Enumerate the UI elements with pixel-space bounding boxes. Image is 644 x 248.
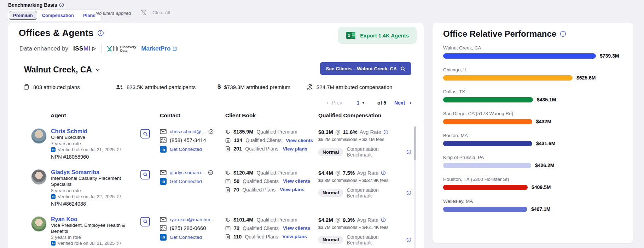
view-clients-link[interactable]: View clients bbox=[286, 138, 313, 143]
svg-text:$: $ bbox=[309, 85, 311, 89]
info-icon[interactable] bbox=[381, 217, 386, 222]
bar-value-label: $426.2M bbox=[535, 163, 554, 168]
marketpro-link[interactable]: MarketPro bbox=[141, 45, 177, 52]
svg-text:$: $ bbox=[225, 129, 227, 134]
bar-value-label: $409.5M bbox=[532, 184, 551, 190]
export-agents-button[interactable]: X Export 1.4K Agents bbox=[338, 27, 417, 44]
data-enhanced-row: Data enhanced by ISSMI Discovery Data Ma… bbox=[19, 45, 177, 53]
agent-name-link[interactable]: Chris Schmid bbox=[51, 128, 121, 135]
bar-value-label: $432M bbox=[536, 119, 551, 124]
info-icon[interactable] bbox=[97, 30, 104, 36]
export-agents-label: Export 1.4K Agents bbox=[360, 33, 409, 39]
bar-row: Walnut Creek, CA$739.3M bbox=[443, 45, 622, 59]
info-icon[interactable] bbox=[383, 130, 388, 135]
avatar[interactable] bbox=[31, 169, 47, 185]
agent-email-link[interactable]: ryan.koo@marshm... bbox=[170, 217, 214, 222]
email-icon bbox=[160, 217, 167, 222]
comp-value: $4.2M bbox=[318, 217, 333, 223]
compensation-cycle-icon: $ bbox=[306, 83, 313, 90]
column-header-qualified-compensation: Qualified Compensation bbox=[318, 112, 411, 119]
phone-contact-icon bbox=[160, 137, 167, 143]
get-connected-link[interactable]: Get Connected bbox=[170, 147, 202, 152]
view-clients-link[interactable]: View clients bbox=[283, 225, 310, 231]
info-icon[interactable] bbox=[117, 241, 121, 246]
get-connected-link[interactable]: Get Connected bbox=[170, 179, 202, 184]
bar-row: Houston, TX (5300 Hollister St)$409.5M bbox=[443, 177, 622, 190]
info-icon[interactable] bbox=[406, 237, 411, 242]
info-icon[interactable] bbox=[560, 31, 566, 37]
view-plans-link[interactable]: View plans bbox=[283, 146, 307, 152]
preview-agent-button[interactable] bbox=[140, 170, 150, 179]
scrollbar-thumb[interactable] bbox=[414, 126, 416, 160]
preview-agent-button[interactable] bbox=[140, 129, 150, 138]
plans-icon bbox=[23, 83, 30, 90]
bar-fill[interactable] bbox=[443, 141, 532, 146]
bar-fill[interactable] bbox=[443, 97, 533, 102]
bar-row: Dallas, TX$435.1M bbox=[443, 89, 622, 102]
dollar-check-icon: $ bbox=[225, 129, 230, 135]
pagination-page-select[interactable]: 1▼ bbox=[356, 100, 365, 106]
bar-fill[interactable] bbox=[443, 163, 531, 168]
get-connected-link[interactable]: Get Connected bbox=[170, 235, 202, 240]
bar-row: Wellesley, MA$407.1M bbox=[443, 199, 622, 212]
bar-fill[interactable] bbox=[443, 53, 596, 59]
stat-attributed-plans: 803 attributed plans bbox=[23, 83, 80, 90]
table-scrollbar[interactable] bbox=[414, 126, 416, 248]
agent-email-link[interactable]: gladys.somarri... bbox=[170, 170, 205, 175]
svg-text:X: X bbox=[348, 34, 350, 38]
pagination-prev[interactable]: ‹Prev bbox=[326, 100, 342, 106]
agent-tenure: 8 years in role bbox=[51, 188, 125, 193]
view-clients-link[interactable]: View clients bbox=[283, 178, 310, 184]
info-icon[interactable] bbox=[117, 147, 121, 152]
contact-cell: gladys.somarri... inGet Connected bbox=[160, 169, 225, 207]
pagination-next[interactable]: Next› bbox=[394, 100, 411, 106]
dollar-check-icon: $ bbox=[225, 217, 230, 223]
dna-icon bbox=[106, 45, 118, 52]
stat-value: 823.5K bbox=[127, 84, 144, 90]
clear-all-control[interactable]: Clear All bbox=[140, 8, 170, 16]
qualified-clients-label: Qualified Clients bbox=[243, 225, 279, 231]
stat-label: attributed premium bbox=[246, 84, 290, 90]
agent-name-link[interactable]: Ryan Koo bbox=[51, 216, 125, 223]
search-icon bbox=[400, 66, 406, 71]
office-selector[interactable]: Walnut Creek, CA bbox=[24, 65, 100, 75]
column-header-client-book: Client Book bbox=[225, 112, 318, 119]
avatar[interactable] bbox=[31, 128, 47, 144]
offices-agents-title: Offices & Agents bbox=[19, 28, 104, 39]
info-icon[interactable] bbox=[117, 194, 121, 199]
bar-value-label: $435.1M bbox=[537, 97, 556, 102]
view-plans-link[interactable]: View plans bbox=[283, 234, 307, 239]
bar-value-label: $431.6M bbox=[536, 141, 555, 146]
stat-label: attributed participants bbox=[145, 84, 196, 90]
info-icon[interactable] bbox=[381, 170, 386, 175]
tab-premium[interactable]: Premium bbox=[9, 11, 37, 20]
info-icon[interactable] bbox=[406, 190, 411, 195]
document-icon bbox=[225, 187, 230, 193]
stat-label: attributed compensation bbox=[336, 84, 392, 90]
table-row: Ryan Koo Vice President, Employee Health… bbox=[19, 211, 411, 248]
bar-fill[interactable] bbox=[443, 75, 573, 81]
view-plans-link[interactable]: View plans bbox=[280, 187, 304, 192]
id-card-icon bbox=[225, 225, 231, 231]
at-symbol: @ bbox=[335, 129, 341, 135]
tab-compensation[interactable]: Compensation bbox=[38, 11, 78, 20]
stat-value: $24.7M bbox=[317, 84, 334, 90]
qualified-premium-value: $101.4M bbox=[233, 217, 253, 223]
agent-email-link[interactable]: chris.schmid@... bbox=[170, 129, 205, 134]
see-clients-button[interactable]: See Clients – Walnut Creek, CA bbox=[320, 62, 411, 75]
bar-value-label: $625.6M bbox=[576, 75, 596, 81]
info-icon[interactable] bbox=[59, 2, 64, 7]
agent-name-link[interactable]: Gladys Somarriba bbox=[51, 169, 125, 176]
email-icon bbox=[160, 170, 167, 175]
avatar[interactable] bbox=[31, 216, 47, 232]
info-icon[interactable] bbox=[406, 149, 411, 154]
bar-fill[interactable] bbox=[443, 207, 527, 212]
preview-agent-button[interactable] bbox=[140, 217, 150, 226]
verified-role-line: in Verified role on Jul 21, 2025 bbox=[51, 147, 121, 152]
bar-fill[interactable] bbox=[443, 185, 528, 190]
clear-all-label[interactable]: Clear All bbox=[152, 10, 170, 15]
stat-attributed-participants: 823.5K attributed participants bbox=[116, 83, 196, 90]
bar-row: San Diego, CA (5173 Waring Rd)$432M bbox=[443, 111, 622, 124]
bar-fill[interactable] bbox=[443, 119, 532, 124]
check-circle-icon bbox=[208, 170, 213, 175]
